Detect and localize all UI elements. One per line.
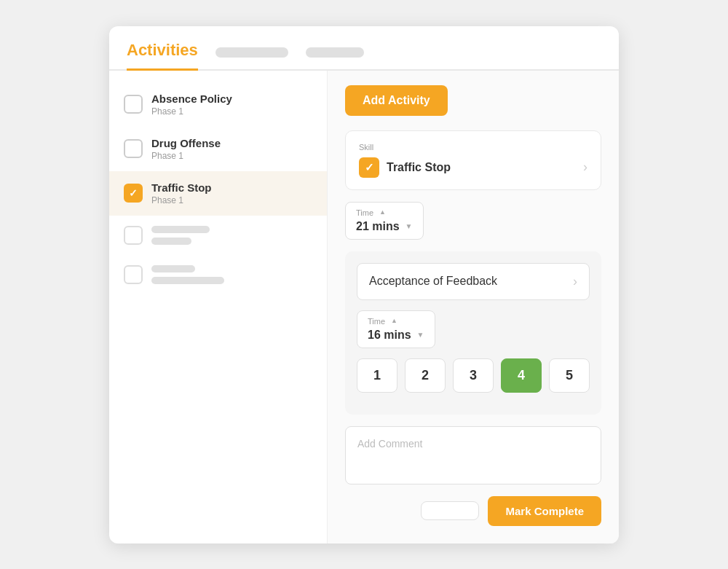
- sidebar-item-traffic-stop-title: Traffic Stop: [151, 181, 212, 194]
- checkbox-traffic-stop[interactable]: [124, 184, 143, 203]
- skill-card: Skill ✓ Traffic Stop ›: [345, 130, 601, 190]
- sidebar-item-absence-policy[interactable]: Absence Policy Phase 1: [109, 82, 327, 127]
- feedback-dropdown-text: Acceptance of Feedback: [369, 275, 497, 288]
- skill-left: ✓ Traffic Stop: [359, 157, 451, 178]
- sidebar-item-drug-offense-title: Drug Offense: [151, 137, 221, 149]
- sidebar-item-absence-policy-text: Absence Policy Phase 1: [151, 93, 232, 117]
- skill-checkbox-icon[interactable]: ✓: [359, 157, 379, 178]
- app-container: Activities Absence Policy Phase 1 Drug O…: [109, 26, 619, 544]
- skill-chevron-icon: ›: [583, 160, 587, 175]
- time-down-arrow[interactable]: ▼: [405, 223, 413, 230]
- checkbox-drug-offense[interactable]: [124, 139, 143, 158]
- feedback-time-value-row: 16 mins ▼: [368, 329, 424, 342]
- tab-placeholder-2: [306, 47, 364, 58]
- footer-row: Mark Complete: [345, 496, 601, 526]
- comment-placeholder: Add Comment: [357, 438, 422, 450]
- feedback-chevron-icon: ›: [573, 274, 577, 289]
- skill-label: Skill: [359, 143, 587, 152]
- time-card: Time ▲ 21 mins ▼: [345, 202, 424, 240]
- checkbox-absence-policy[interactable]: [124, 95, 143, 114]
- placeholder-lines-1: [151, 226, 210, 245]
- time-value-row: 21 mins ▼: [356, 220, 413, 233]
- tabs-header: Activities: [109, 26, 619, 71]
- tab-placeholder-1: [215, 47, 288, 58]
- mark-complete-button[interactable]: Mark Complete: [488, 496, 601, 526]
- sidebar-item-drug-offense-text: Drug Offense Phase 1: [151, 137, 221, 161]
- placeholder-lines-2: [151, 265, 224, 284]
- skill-row: ✓ Traffic Stop ›: [359, 157, 587, 178]
- add-activity-button[interactable]: Add Activity: [345, 85, 448, 116]
- feedback-section: Acceptance of Feedback › Time ▲ 16 mins …: [345, 251, 601, 415]
- time-value-text: 21 mins: [356, 220, 400, 233]
- ph-line-2a: [151, 265, 195, 272]
- tab-activities[interactable]: Activities: [127, 41, 198, 71]
- rating-btn-5[interactable]: 5: [549, 358, 590, 393]
- checkbox-placeholder-2: [124, 265, 143, 284]
- sidebar-placeholder-row-1: [109, 216, 327, 255]
- body-layout: Absence Policy Phase 1 Drug Offense Phas…: [109, 71, 619, 544]
- cancel-button[interactable]: [421, 501, 479, 520]
- skill-name: Traffic Stop: [387, 161, 451, 174]
- feedback-time-label: Time ▲: [368, 317, 424, 326]
- sidebar-item-absence-policy-sub: Phase 1: [151, 106, 232, 117]
- feedback-time-card: Time ▲ 16 mins ▼: [357, 310, 435, 348]
- comment-box[interactable]: Add Comment: [345, 426, 601, 484]
- feedback-time-value-text: 16 mins: [368, 329, 411, 342]
- sidebar-item-traffic-stop[interactable]: Traffic Stop Phase 1: [109, 171, 327, 216]
- sidebar-item-traffic-stop-text: Traffic Stop Phase 1: [151, 181, 212, 205]
- ph-line-1b: [151, 238, 191, 245]
- sidebar-item-traffic-stop-sub: Phase 1: [151, 195, 212, 205]
- sidebar-item-drug-offense-sub: Phase 1: [151, 151, 221, 161]
- ph-line-1a: [151, 226, 210, 233]
- time-up-arrow[interactable]: ▲: [379, 209, 386, 216]
- rating-row: 1 2 3 4 5: [357, 358, 590, 393]
- checkbox-placeholder-1: [124, 226, 143, 245]
- rating-btn-1[interactable]: 1: [357, 358, 397, 393]
- rating-btn-2[interactable]: 2: [405, 358, 446, 393]
- sidebar-placeholder-row-2: [109, 255, 327, 294]
- sidebar-item-drug-offense[interactable]: Drug Offense Phase 1: [109, 127, 327, 171]
- rating-btn-4[interactable]: 4: [501, 358, 542, 393]
- time-label: Time ▲: [356, 208, 413, 217]
- feedback-time-down-arrow[interactable]: ▼: [417, 331, 424, 339]
- sidebar: Absence Policy Phase 1 Drug Offense Phas…: [109, 71, 328, 544]
- ph-line-2b: [151, 277, 224, 284]
- main-content: Add Activity Skill ✓ Traffic Stop › Time: [328, 71, 619, 544]
- rating-btn-3[interactable]: 3: [453, 358, 494, 393]
- sidebar-item-absence-policy-title: Absence Policy: [151, 93, 232, 105]
- feedback-dropdown[interactable]: Acceptance of Feedback ›: [357, 263, 590, 300]
